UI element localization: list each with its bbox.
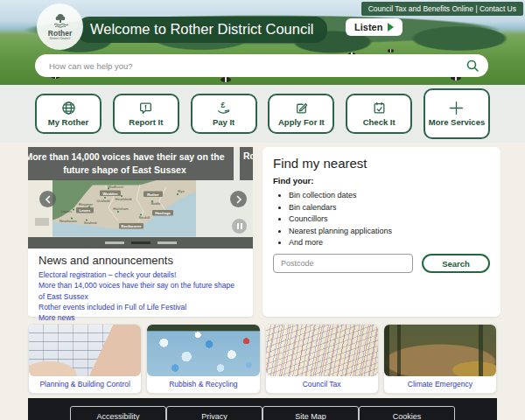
logo-name: Rother bbox=[48, 30, 72, 38]
map-label: Rye bbox=[178, 189, 185, 193]
pause-icon bbox=[237, 223, 239, 229]
map-label: Uckfield bbox=[97, 199, 111, 203]
map-label: Seaford bbox=[84, 220, 97, 225]
news-carousel: Wadhurst Wealden Uckfield Heathfield Rot… bbox=[28, 147, 253, 248]
footer-site-map-button[interactable]: Site Map bbox=[262, 406, 359, 420]
carousel-next-button[interactable] bbox=[230, 191, 247, 207]
news-link[interactable]: Electoral registration – check your deta… bbox=[38, 270, 242, 280]
cow-image bbox=[388, 49, 394, 52]
list-item: Nearest planning applications bbox=[289, 227, 490, 235]
tile-label: Rubbish & Recycling bbox=[147, 376, 259, 393]
listen-button[interactable]: Listen bbox=[346, 18, 402, 36]
tile-label: Climate Emergency bbox=[384, 376, 496, 393]
main-content: Wadhurst Wealden Uckfield Heathfield Rot… bbox=[0, 143, 525, 420]
carousel-indicator-3[interactable] bbox=[158, 242, 177, 244]
page-title: Welcome to Rother District Council bbox=[77, 17, 327, 43]
postcode-search-button[interactable]: Search bbox=[422, 254, 490, 273]
map-label: Hailsham bbox=[113, 206, 129, 211]
map-label-boxed: Rother bbox=[144, 192, 163, 198]
svg-text:Eastbourne: Eastbourne bbox=[121, 224, 142, 228]
carousel-next-slide-fragment[interactable]: Ro bbox=[240, 147, 253, 180]
climate-image bbox=[384, 325, 496, 376]
services-strip: My Rother Report It £ Pay It Apply For I… bbox=[0, 85, 525, 143]
map-label: Lewes bbox=[61, 209, 72, 214]
footer: Accessibility Privacy Site Map Cookies bbox=[28, 398, 497, 420]
check-it-button[interactable]: Check It bbox=[346, 94, 412, 134]
apply-icon bbox=[294, 101, 309, 116]
header-quick-links[interactable]: Council Tax and Benefits Online | Contac… bbox=[361, 2, 523, 16]
check-icon bbox=[372, 101, 387, 116]
footer-accessibility-button[interactable]: Accessibility bbox=[70, 406, 166, 420]
carousel-slide-title[interactable]: More than 14,000 voices have their say o… bbox=[28, 147, 234, 180]
map-label: Bexhill bbox=[139, 215, 150, 220]
faded-slide-fragment bbox=[35, 218, 49, 226]
pay-icon: £ bbox=[216, 101, 231, 116]
more-news-link[interactable]: More news bbox=[38, 312, 242, 323]
my-rother-button[interactable]: My Rother bbox=[35, 94, 102, 134]
map-label: Ringmer bbox=[79, 202, 93, 206]
more-services-button[interactable]: More Services bbox=[424, 88, 490, 139]
carousel-pause-button[interactable] bbox=[232, 219, 247, 234]
carousel-indicator-bar bbox=[28, 237, 253, 248]
logo-subtitle: District Council bbox=[50, 37, 70, 40]
report-icon bbox=[138, 101, 153, 116]
service-label: Pay It bbox=[213, 118, 234, 128]
hero-banner: Council Tax and Benefits Online | Contac… bbox=[0, 0, 525, 85]
east-sussex-map-slide[interactable]: Wadhurst Wealden Uckfield Heathfield Rot… bbox=[52, 179, 196, 237]
play-icon bbox=[388, 23, 394, 32]
news-link[interactable]: Rother events included in Full of Life F… bbox=[38, 302, 242, 312]
map-label-boxed: Wealden bbox=[100, 191, 121, 197]
footer-privacy-button[interactable]: Privacy bbox=[166, 406, 262, 420]
svg-text:Wealden: Wealden bbox=[102, 192, 118, 196]
council-tax-image bbox=[266, 325, 378, 376]
tile-rubbish-recycling[interactable]: Rubbish & Recycling bbox=[146, 324, 260, 394]
search-input[interactable] bbox=[49, 61, 466, 71]
plus-icon bbox=[449, 101, 464, 116]
quick-topic-tiles: Planning & Building Control Rubbish & Re… bbox=[28, 324, 497, 394]
tile-label: Planning & Building Control bbox=[29, 376, 141, 393]
report-it-button[interactable]: Report It bbox=[113, 94, 179, 134]
find-my-nearest-panel: Find my nearest Find your: Bin collectio… bbox=[262, 147, 500, 317]
service-label: More Services bbox=[429, 118, 485, 128]
news-panel: News and announcements Electoral registr… bbox=[28, 248, 253, 317]
search-icon[interactable] bbox=[466, 59, 480, 73]
logo-tree-icon bbox=[52, 13, 69, 29]
service-label: My Rother bbox=[48, 118, 88, 128]
postcode-input[interactable] bbox=[273, 254, 413, 273]
service-label: Apply For It bbox=[278, 118, 325, 128]
rother-council-logo[interactable]: Rother District Council bbox=[37, 4, 83, 50]
carousel-indicator-1[interactable] bbox=[105, 242, 124, 244]
apply-for-it-button[interactable]: Apply For It bbox=[268, 94, 334, 134]
list-item: Councillors bbox=[289, 214, 490, 223]
svg-text:Lewes: Lewes bbox=[80, 208, 91, 213]
news-link[interactable]: More than 14,000 voices have their say o… bbox=[38, 280, 242, 302]
news-heading: News and announcements bbox=[38, 254, 242, 267]
map-label-boxed: Eastbourne bbox=[119, 223, 144, 229]
tile-council-tax[interactable]: Council Tax bbox=[265, 324, 379, 394]
list-item: Bin calendars bbox=[289, 203, 490, 212]
carousel-indicator-2[interactable] bbox=[131, 242, 150, 244]
tile-label: Council Tax bbox=[266, 376, 378, 393]
service-label: Report It bbox=[129, 118, 163, 128]
tile-planning-building-control[interactable]: Planning & Building Control bbox=[28, 324, 142, 394]
find-my-nearest-heading: Find my nearest bbox=[273, 156, 490, 171]
map-label-boxed: Lewes bbox=[76, 207, 94, 214]
service-label: Check It bbox=[363, 118, 396, 128]
chevron-right-icon bbox=[234, 195, 243, 204]
planning-image bbox=[29, 325, 141, 376]
cow-image bbox=[220, 77, 231, 82]
footer-cookies-button[interactable]: Cookies bbox=[359, 406, 455, 420]
globe-icon bbox=[61, 101, 76, 116]
tile-climate-emergency[interactable]: Climate Emergency bbox=[383, 324, 497, 394]
svg-text:£: £ bbox=[221, 101, 226, 109]
list-item: Bin collection dates bbox=[289, 191, 490, 200]
pay-it-button[interactable]: £ Pay It bbox=[191, 94, 257, 134]
list-item: And more bbox=[289, 238, 490, 247]
map-label-boxed: Hastings bbox=[152, 210, 173, 216]
map-label: Heathfield bbox=[116, 197, 133, 201]
carousel-prev-button[interactable] bbox=[39, 191, 56, 207]
map-label: Newhaven bbox=[60, 219, 77, 223]
map-label: Wadhurst bbox=[108, 185, 124, 189]
find-your-label: Find your: bbox=[273, 176, 490, 186]
listen-label: Listen bbox=[354, 22, 382, 32]
